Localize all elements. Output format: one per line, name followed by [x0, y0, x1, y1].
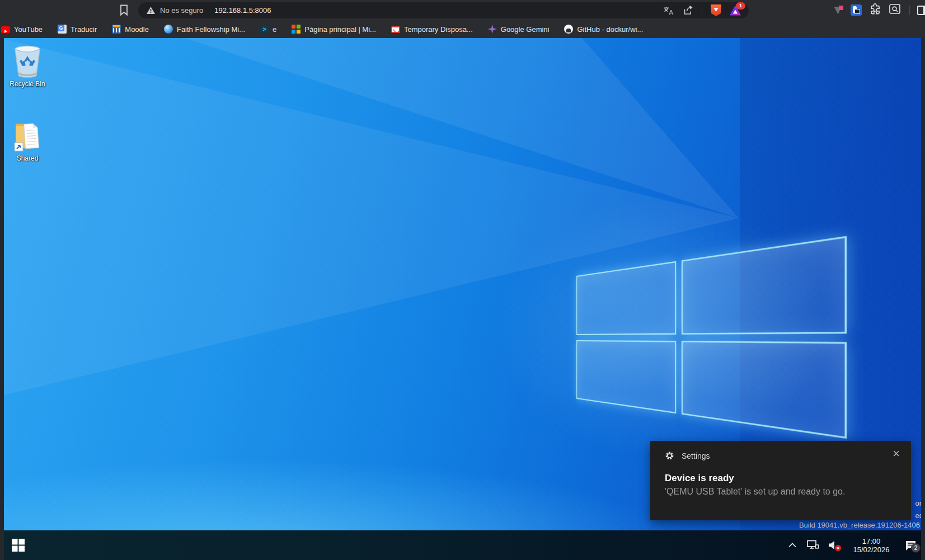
share-icon[interactable] — [683, 6, 693, 15]
clock-date: 15/02/2026 — [848, 545, 895, 554]
windows-desktop: Recycle Bin Shared on ed Build 19041.vb_… — [0, 38, 925, 530]
viewport-edge-left — [0, 38, 4, 560]
bookmark-traducir[interactable]: Traducir — [58, 25, 97, 34]
windows-taskbar: × 17:00 15/02/2026 2 — [0, 530, 925, 560]
globe-icon — [164, 25, 173, 34]
github-icon — [564, 25, 573, 34]
windows-logo-pane — [681, 341, 847, 439]
bookmark-moodle[interactable]: Moodle — [112, 25, 149, 34]
desktop-icon-label: Shared — [17, 154, 39, 162]
system-tray: × 17:00 15/02/2026 2 — [788, 530, 917, 560]
viewport-edge-right — [921, 38, 925, 560]
extension-1-icon[interactable] — [834, 6, 843, 15]
bookmark-label: Temporary Disposa... — [404, 25, 473, 34]
brave-shield-icon[interactable] — [711, 4, 721, 16]
toast-title: Device is ready — [665, 473, 896, 484]
windows-start-icon — [12, 539, 25, 552]
security-warning-label[interactable]: No es seguro — [160, 6, 203, 15]
windows-logo-pane — [576, 261, 676, 335]
url-text[interactable]: 192.168.1.5:8006 — [214, 6, 271, 15]
toolbar-divider — [909, 6, 910, 15]
volume-muted-badge: × — [835, 545, 841, 551]
bookmark-label: GitHub - dockur/wi... — [577, 25, 643, 34]
desktop-icon-recycle-bin[interactable]: Recycle Bin — [3, 45, 52, 88]
action-center-badge: 2 — [911, 543, 921, 553]
address-bar-divider — [702, 6, 702, 15]
taskbar-clock[interactable]: 17:00 15/02/2026 — [848, 537, 895, 554]
windows-logo-pane — [681, 236, 847, 335]
mail-icon — [391, 26, 400, 33]
bookmark-github-dockur[interactable]: GitHub - dockur/wi... — [564, 25, 643, 34]
extensions-puzzle-icon[interactable] — [869, 3, 881, 17]
brave-rewards-icon[interactable]: 1 — [730, 6, 741, 16]
notification-toast[interactable]: Settings × Device is ready 'QEMU USB Tab… — [650, 441, 911, 520]
sidebar-toggle-icon[interactable] — [917, 6, 925, 15]
browser-toolbar: No es seguro 192.168.1.5:8006 A 1 — [0, 0, 925, 20]
recycle-bin-icon — [11, 45, 44, 78]
watermark-build-text: Build 19041.vb_release.191206-1406 — [799, 521, 920, 529]
bookmark-faith-fellowship[interactable]: Faith Fellowship Mi... — [164, 25, 245, 34]
windows-logo-wallpaper — [576, 236, 847, 439]
microsoft-icon — [292, 25, 300, 34]
bookmarks-bar: YouTube Traducir Moodle Faith Fellowship… — [0, 20, 925, 38]
action-center-icon[interactable]: 2 — [904, 540, 917, 551]
bookmark-label: Moodle — [125, 25, 149, 34]
rewards-badge: 1 — [736, 2, 745, 10]
extension-toolbar — [834, 0, 925, 20]
hidden-icons-chevron[interactable] — [788, 543, 796, 548]
start-button[interactable] — [0, 530, 36, 560]
desktop-icon-shared[interactable]: Shared — [3, 119, 52, 162]
gear-icon — [665, 451, 674, 460]
bookmark-label: Página principal | Mi... — [304, 25, 376, 34]
bookmark-pagina-principal[interactable]: Página principal | Mi... — [292, 25, 376, 34]
bookmark-label: e — [273, 25, 276, 34]
shared-folder-icon — [12, 119, 43, 153]
gemini-sparkle-icon — [488, 25, 497, 34]
svg-text:A: A — [669, 9, 674, 15]
toast-app-name: Settings — [682, 451, 710, 460]
not-secure-warning-icon — [146, 6, 156, 15]
bookmark-label: Traducir — [71, 25, 97, 34]
network-icon[interactable] — [806, 540, 819, 550]
desktop-icon-label: Recycle Bin — [10, 80, 45, 88]
youtube-icon — [1, 26, 10, 33]
extension-privacy-lock-icon[interactable] — [851, 4, 862, 16]
bookmark-e[interactable]: > e — [260, 25, 276, 34]
windows-logo-pane — [576, 340, 676, 414]
moodle-icon — [112, 25, 121, 34]
search-page-icon[interactable] — [889, 3, 901, 17]
toast-message: 'QEMU USB Tablet' is set up and ready to… — [665, 487, 896, 497]
toast-close-button[interactable]: × — [893, 448, 900, 460]
bookmark-temporary-disposable[interactable]: Temporary Disposa... — [391, 25, 473, 34]
bookmark-youtube[interactable]: YouTube — [1, 25, 43, 34]
clock-time: 17:00 — [848, 537, 895, 545]
bookmark-label: Faith Fellowship Mi... — [177, 25, 245, 34]
address-bar[interactable]: No es seguro 192.168.1.5:8006 A 1 — [138, 2, 749, 18]
bookmark-icon[interactable] — [120, 4, 128, 16]
terminal-arrow-icon: > — [260, 25, 269, 34]
google-translate-icon — [58, 25, 67, 34]
volume-muted-icon[interactable]: × — [828, 540, 838, 550]
bookmark-label: Google Gemini — [501, 25, 550, 34]
translate-icon[interactable]: A — [663, 6, 674, 15]
bookmark-label: YouTube — [14, 25, 43, 34]
bookmark-google-gemini[interactable]: Google Gemini — [488, 25, 550, 34]
